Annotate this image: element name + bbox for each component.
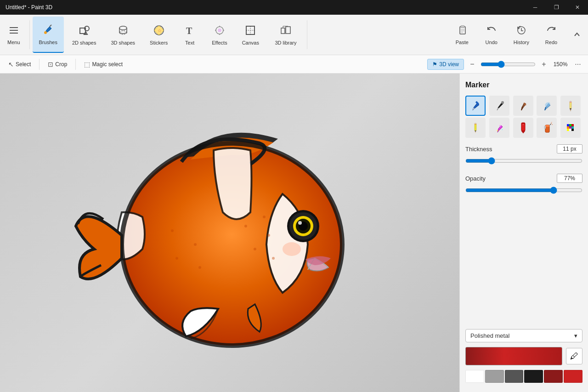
redo-icon — [546, 25, 557, 38]
svg-point-41 — [254, 248, 256, 250]
shapes3d-icon — [117, 24, 129, 38]
svg-line-4 — [50, 25, 51, 27]
brush-pencil-yellow[interactable] — [465, 118, 486, 138]
library3d-icon — [280, 24, 292, 38]
redo-label: Redo — [545, 40, 557, 45]
redo-button[interactable]: Redo — [537, 21, 565, 49]
magic-select-icon: ⬚ — [84, 61, 90, 68]
eyedropper-button[interactable]: 🖊 — [566, 348, 582, 364]
svg-rect-62 — [475, 123, 476, 124]
brushes-button[interactable]: Brushes — [33, 17, 64, 53]
brush-glitter[interactable] — [489, 118, 509, 138]
svg-rect-72 — [544, 126, 546, 129]
thickness-slider[interactable] — [465, 156, 582, 165]
swatch-dark-grey[interactable] — [505, 370, 524, 383]
svg-marker-68 — [521, 131, 525, 133]
history-button[interactable]: History — [507, 21, 536, 49]
brush-oil[interactable] — [513, 96, 533, 116]
brush-spray[interactable] — [537, 118, 557, 138]
magic-select-tool[interactable]: ⬚ Magic select — [79, 59, 127, 70]
paste-button[interactable]: Paste — [448, 21, 476, 49]
view-3d-button[interactable]: ⚑ 3D view — [427, 59, 464, 70]
history-icon — [516, 25, 527, 38]
shapes2d-icon — [78, 24, 90, 38]
thickness-property: Thickness 11 px — [465, 144, 582, 167]
undo-button[interactable]: Undo — [478, 21, 505, 49]
svg-point-76 — [552, 124, 553, 125]
thickness-label: Thickness — [465, 146, 492, 153]
zoom-out-button[interactable]: − — [467, 59, 478, 70]
canvas-area[interactable] — [0, 74, 459, 392]
shapes3d-button[interactable]: 3D shapes — [104, 17, 141, 53]
select-label: Select — [16, 61, 31, 68]
close-button[interactable]: ✕ — [567, 0, 588, 15]
text-icon: T — [184, 24, 196, 38]
canvas-button[interactable]: Canvas — [236, 17, 266, 53]
shapes2d-button[interactable]: 2D shapes — [66, 17, 103, 53]
library3d-label: 3D library — [275, 40, 296, 45]
svg-rect-79 — [569, 124, 571, 126]
swatch-red[interactable] — [564, 370, 582, 383]
text-button[interactable]: T Text — [176, 17, 204, 53]
swatch-dark-red[interactable] — [544, 370, 563, 383]
svg-point-3 — [44, 31, 47, 34]
toolbar-right: Paste Undo History — [447, 15, 588, 55]
color-swatches-row1 — [465, 370, 582, 383]
opacity-slider[interactable] — [465, 186, 582, 195]
svg-point-40 — [267, 234, 270, 237]
select-tool[interactable]: ↖ Select — [4, 59, 35, 70]
brush-watercolor[interactable] — [537, 96, 557, 116]
collapse-button[interactable] — [567, 26, 587, 44]
palette-dropdown[interactable]: Polished metal ▾ — [465, 329, 582, 342]
swatch-black[interactable] — [524, 370, 543, 383]
swatch-grey[interactable] — [485, 370, 504, 383]
svg-rect-23 — [286, 27, 290, 34]
restore-button[interactable]: ❐ — [546, 0, 567, 15]
sub-sep-2 — [75, 59, 76, 70]
zoom-controls: ⚑ 3D view − + 150% ··· — [427, 58, 584, 71]
brush-pencil-grey[interactable] — [560, 96, 581, 116]
svg-point-49 — [283, 242, 301, 256]
zoom-in-icon: + — [542, 60, 546, 68]
brush-calligraphy[interactable] — [489, 96, 509, 116]
undo-icon — [486, 25, 497, 38]
svg-text:☆: ☆ — [158, 28, 162, 33]
effects-button[interactable]: Effects — [205, 17, 233, 53]
selected-color-swatch[interactable] — [465, 347, 562, 365]
zoom-slider[interactable] — [481, 61, 536, 68]
stickers-button[interactable]: ☆ Stickers — [143, 17, 174, 53]
main-toolbar: Menu Brushes 2D shapes — [0, 15, 588, 55]
thickness-header: Thickness 11 px — [465, 144, 582, 153]
svg-point-42 — [272, 257, 275, 260]
svg-line-74 — [549, 124, 551, 125]
opacity-property: Opacity 77% — [465, 174, 582, 197]
crop-tool[interactable]: ⊡ Crop — [43, 59, 72, 70]
minimize-button[interactable]: ─ — [525, 0, 546, 15]
crop-icon: ⊡ — [48, 61, 53, 68]
svg-point-46 — [175, 257, 178, 260]
menu-button[interactable]: Menu — [1, 17, 27, 53]
svg-rect-80 — [571, 124, 574, 126]
paste-icon — [457, 25, 468, 38]
svg-rect-78 — [567, 124, 569, 126]
svg-rect-1 — [10, 30, 18, 31]
zoom-in-button[interactable]: + — [538, 59, 549, 70]
svg-rect-71 — [545, 125, 549, 127]
shapes2d-label: 2D shapes — [72, 40, 96, 45]
eyedropper-icon: 🖊 — [570, 352, 578, 361]
effects-icon — [214, 24, 226, 38]
brush-pixel[interactable] — [560, 118, 581, 138]
opacity-header: Opacity 77% — [465, 174, 582, 183]
text-label: Text — [185, 40, 194, 45]
title-bar-controls: ─ ❐ ✕ — [525, 0, 588, 15]
brush-marker-red[interactable] — [513, 118, 533, 138]
brush-marker-solid[interactable] — [465, 96, 486, 116]
swatch-white[interactable] — [465, 370, 484, 383]
brushes-icon — [42, 24, 54, 38]
brushes-label: Brushes — [39, 40, 57, 45]
menu-label: Menu — [7, 40, 20, 45]
svg-rect-83 — [571, 126, 574, 129]
svg-point-51 — [501, 101, 504, 104]
library3d-button[interactable]: 3D library — [267, 17, 304, 53]
more-options-button[interactable]: ··· — [571, 58, 584, 71]
